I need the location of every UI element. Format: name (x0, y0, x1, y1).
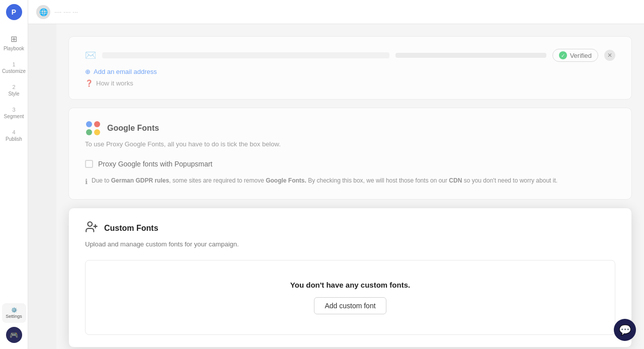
custom-fonts-card: Custom Fonts Upload and manage custom fo… (68, 208, 632, 347)
main-content: ✉️ ✓ Verified ✕ ⊕ Add an email address ❓… (56, 24, 644, 349)
sidebar-item-customize[interactable]: 1 Customize (0, 57, 28, 78)
email-row: ✉️ ✓ Verified ✕ (85, 49, 615, 62)
gdpr-bold1: German GDPR rules (111, 177, 169, 184)
customize-label: Customize (2, 68, 26, 74)
sidebar-step-number-3: 3 (12, 107, 15, 113)
sidebar-step-number-4: 4 (12, 129, 15, 135)
add-email-label: Add an email address (94, 68, 157, 75)
sidebar-logo[interactable]: P (6, 4, 22, 20)
playbook-icon: ⊞ (11, 34, 17, 44)
proxy-checkbox-row: Proxy Google fonts with Popupsmart (85, 160, 615, 168)
proxy-checkbox-label: Proxy Google fonts with Popupsmart (98, 160, 212, 168)
sidebar-item-label: Playbook (4, 46, 24, 51)
gdpr-info-text: Due to German GDPR rules, some sites are… (92, 176, 557, 185)
sidebar-item-publish[interactable]: 4 Publish (0, 125, 28, 146)
svg-point-4 (88, 222, 92, 226)
sidebar-step-number-2: 2 (12, 84, 15, 90)
settings-button[interactable]: ⚙️ Settings (2, 303, 26, 323)
google-fonts-icon (85, 120, 101, 136)
sidebar-bottom: ⚙️ Settings 🎮 (2, 303, 26, 349)
gdpr-bold2: Google Fonts. (266, 177, 306, 184)
svg-point-3 (94, 129, 100, 135)
mail-icon: ✉️ (85, 50, 96, 61)
how-it-works-label: How it works (96, 79, 133, 87)
globe-icon: 🌐 (36, 5, 50, 19)
breadcrumb: ···· ···· ··· (54, 8, 78, 16)
chat-support-bubble[interactable]: 💬 (614, 319, 636, 341)
verified-label: Verified (570, 52, 592, 59)
settings-label: Settings (6, 314, 22, 319)
remove-email-button[interactable]: ✕ (604, 50, 615, 61)
email-card: ✉️ ✓ Verified ✕ ⊕ Add an email address ❓… (68, 36, 632, 100)
support-button[interactable]: 🎮 (6, 327, 22, 343)
google-fonts-description: To use Proxy Google Fonts, all you have … (85, 140, 615, 148)
email-placeholder-bar (395, 53, 546, 58)
verified-check-icon: ✓ (559, 51, 567, 59)
email-address-display (102, 52, 389, 58)
chat-icon: 💬 (619, 324, 631, 336)
proxy-checkbox[interactable] (85, 160, 93, 168)
sidebar: P ⊞ Playbook 1 Customize 2 Style 3 Segme… (0, 0, 28, 349)
custom-fonts-icon (85, 220, 98, 236)
custom-fonts-empty-state: You don't have any custom fonts. Add cus… (85, 260, 615, 335)
style-label: Style (8, 91, 19, 97)
publish-label: Publish (6, 136, 22, 142)
question-circle-icon: ❓ (85, 79, 93, 87)
svg-point-2 (86, 129, 92, 135)
cdn-bold: CDN (449, 177, 462, 184)
sidebar-item-style[interactable]: 2 Style (0, 80, 28, 101)
add-custom-font-button[interactable]: Add custom font (314, 297, 386, 314)
gear-icon: ⚙️ (11, 307, 17, 313)
svg-point-0 (86, 121, 92, 127)
sidebar-step-number: 1 (12, 61, 15, 67)
add-email-button[interactable]: ⊕ Add an email address (85, 68, 615, 75)
gdpr-info-row: ℹ Due to German GDPR rules, some sites a… (85, 176, 615, 187)
custom-fonts-description: Upload and manage custom fonts for your … (85, 240, 615, 248)
breadcrumb-title: ···· ···· ··· (54, 8, 78, 16)
topbar: 🌐 ···· ···· ··· (28, 0, 644, 24)
custom-fonts-title: Custom Fonts (104, 224, 158, 233)
empty-state-text: You don't have any custom fonts. (290, 281, 410, 289)
segment-label: Segment (4, 114, 24, 119)
sidebar-item-segment[interactable]: 3 Segment (0, 103, 28, 123)
custom-fonts-header: Custom Fonts (85, 220, 615, 236)
sidebar-item-playbook[interactable]: ⊞ Playbook (0, 30, 28, 55)
plus-circle-icon: ⊕ (85, 68, 91, 75)
google-fonts-header: Google Fonts (85, 120, 615, 136)
verified-badge: ✓ Verified (552, 49, 598, 62)
google-fonts-title: Google Fonts (107, 124, 159, 133)
how-it-works-button[interactable]: ❓ How it works (85, 79, 615, 87)
info-icon: ℹ (85, 177, 88, 187)
google-fonts-card: Google Fonts To use Proxy Google Fonts, … (68, 108, 632, 200)
support-icon: 🎮 (10, 331, 18, 339)
sidebar-nav: ⊞ Playbook 1 Customize 2 Style 3 Segment… (0, 30, 28, 303)
svg-point-1 (94, 121, 100, 127)
